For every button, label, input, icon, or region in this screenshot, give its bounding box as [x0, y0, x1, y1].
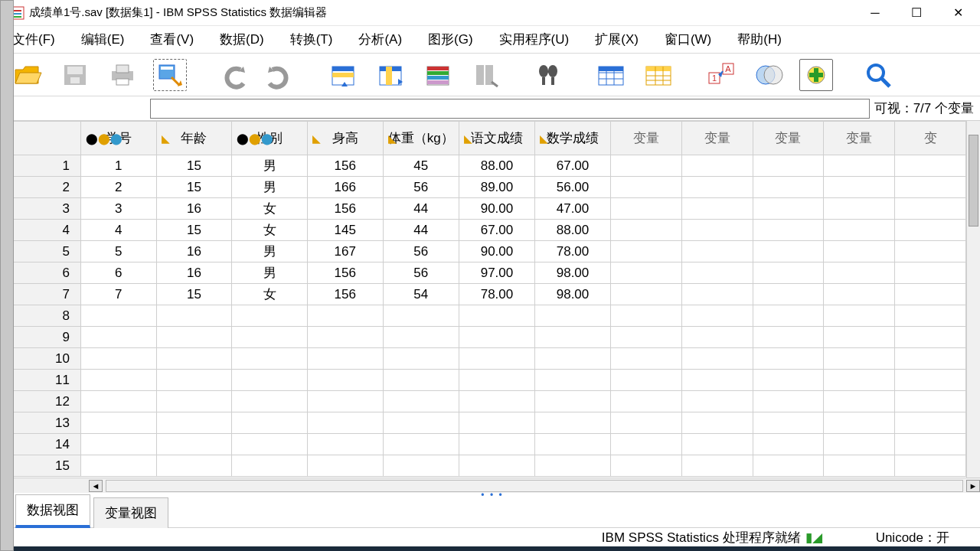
- empty-cell[interactable]: [895, 305, 966, 327]
- maximize-button[interactable]: ☐: [905, 2, 928, 24]
- empty-cell[interactable]: [895, 455, 966, 477]
- empty-cell[interactable]: [824, 198, 895, 220]
- open-icon[interactable]: [11, 59, 44, 91]
- find-icon[interactable]: [531, 59, 565, 91]
- empty-cell[interactable]: [80, 348, 156, 370]
- empty-cell[interactable]: [156, 348, 232, 370]
- recall-dialog-icon[interactable]: [153, 59, 187, 91]
- empty-cell[interactable]: [753, 434, 824, 455]
- menu-help[interactable]: 帮助(H): [734, 28, 785, 51]
- data-cell[interactable]: 1: [80, 155, 156, 177]
- empty-cell[interactable]: [156, 391, 232, 412]
- empty-cell[interactable]: [611, 305, 682, 327]
- data-cell[interactable]: 56: [383, 241, 459, 262]
- empty-cell[interactable]: [383, 434, 459, 455]
- empty-cell[interactable]: [534, 412, 610, 434]
- empty-cell[interactable]: [681, 284, 753, 305]
- close-button[interactable]: ✕: [946, 2, 969, 24]
- empty-cell[interactable]: [611, 177, 682, 198]
- select-cases-icon[interactable]: 1A: [704, 59, 738, 91]
- empty-cell[interactable]: [824, 370, 895, 391]
- empty-cell[interactable]: [895, 412, 966, 434]
- empty-cell[interactable]: [307, 434, 383, 455]
- data-cell[interactable]: 15: [156, 155, 232, 177]
- data-cell[interactable]: 男: [232, 155, 308, 177]
- empty-cell[interactable]: [383, 305, 459, 327]
- empty-cell[interactable]: [232, 455, 308, 477]
- empty-cell[interactable]: [383, 370, 459, 391]
- data-cell[interactable]: 167: [307, 241, 383, 262]
- data-cell[interactable]: 156: [307, 155, 383, 177]
- column-header[interactable]: ◣体重（kg）: [383, 122, 459, 155]
- data-cell[interactable]: 15: [156, 177, 232, 198]
- empty-cell[interactable]: [611, 220, 682, 241]
- empty-cell[interactable]: [307, 412, 383, 434]
- empty-cell[interactable]: [232, 370, 308, 391]
- empty-cell[interactable]: [753, 241, 824, 262]
- tab-variable-view[interactable]: 变量视图: [93, 497, 168, 528]
- column-header[interactable]: ⬤⬤⬤学号: [80, 122, 156, 155]
- data-cell[interactable]: 88.00: [534, 220, 610, 241]
- vertical-scrollbar[interactable]: [966, 121, 980, 478]
- empty-cell[interactable]: [895, 434, 966, 455]
- empty-cell[interactable]: [681, 198, 753, 220]
- split-file-icon[interactable]: [594, 59, 628, 91]
- empty-cell[interactable]: [611, 348, 682, 370]
- value-labels-icon[interactable]: [752, 59, 786, 91]
- data-cell[interactable]: 67.00: [459, 220, 534, 241]
- empty-cell[interactable]: [459, 412, 534, 434]
- menu-data[interactable]: 数据(D): [217, 28, 267, 51]
- empty-cell[interactable]: [824, 434, 895, 455]
- empty-cell[interactable]: [895, 198, 966, 220]
- empty-cell[interactable]: [80, 455, 156, 477]
- empty-cell[interactable]: [534, 327, 610, 348]
- empty-cell[interactable]: [681, 327, 753, 348]
- empty-cell[interactable]: [156, 434, 232, 455]
- empty-column-header[interactable]: 变: [895, 122, 966, 155]
- variables-icon[interactable]: [421, 59, 455, 91]
- row-header[interactable]: 7: [5, 284, 81, 305]
- data-cell[interactable]: 男: [232, 262, 308, 284]
- row-header[interactable]: 11: [5, 370, 81, 391]
- empty-cell[interactable]: [534, 434, 610, 455]
- empty-cell[interactable]: [459, 305, 534, 327]
- empty-cell[interactable]: [156, 370, 232, 391]
- data-cell[interactable]: 6: [80, 262, 156, 284]
- empty-cell[interactable]: [383, 391, 459, 412]
- empty-cell[interactable]: [307, 370, 383, 391]
- undo-icon[interactable]: [216, 59, 250, 91]
- empty-cell[interactable]: [307, 391, 383, 412]
- empty-cell[interactable]: [611, 455, 682, 477]
- data-cell[interactable]: 3: [80, 198, 156, 220]
- empty-cell[interactable]: [895, 262, 966, 284]
- empty-cell[interactable]: [611, 241, 682, 262]
- empty-cell[interactable]: [383, 412, 459, 434]
- data-cell[interactable]: 145: [307, 220, 383, 241]
- empty-cell[interactable]: [824, 220, 895, 241]
- empty-cell[interactable]: [156, 305, 232, 327]
- empty-cell[interactable]: [895, 391, 966, 412]
- empty-cell[interactable]: [824, 155, 895, 177]
- row-header[interactable]: 4: [5, 220, 81, 241]
- empty-cell[interactable]: [80, 305, 156, 327]
- data-cell[interactable]: 98.00: [534, 262, 610, 284]
- empty-cell[interactable]: [534, 305, 610, 327]
- empty-cell[interactable]: [824, 177, 895, 198]
- empty-cell[interactable]: [307, 305, 383, 327]
- row-header[interactable]: 2: [5, 177, 81, 198]
- data-cell[interactable]: 15: [156, 220, 232, 241]
- scroll-left-icon[interactable]: ◄: [89, 480, 103, 492]
- column-header[interactable]: ◣数学成绩: [534, 122, 610, 155]
- empty-cell[interactable]: [534, 455, 610, 477]
- minimize-button[interactable]: ─: [864, 2, 887, 24]
- empty-cell[interactable]: [824, 348, 895, 370]
- column-header[interactable]: ◣语文成绩: [459, 122, 534, 155]
- data-cell[interactable]: 男: [232, 241, 308, 262]
- empty-cell[interactable]: [459, 391, 534, 412]
- empty-cell[interactable]: [156, 455, 232, 477]
- print-icon[interactable]: [106, 59, 139, 91]
- data-cell[interactable]: 166: [307, 177, 383, 198]
- empty-cell[interactable]: [681, 370, 753, 391]
- menu-window[interactable]: 窗口(W): [662, 28, 714, 51]
- scrollbar-thumb[interactable]: [969, 135, 978, 227]
